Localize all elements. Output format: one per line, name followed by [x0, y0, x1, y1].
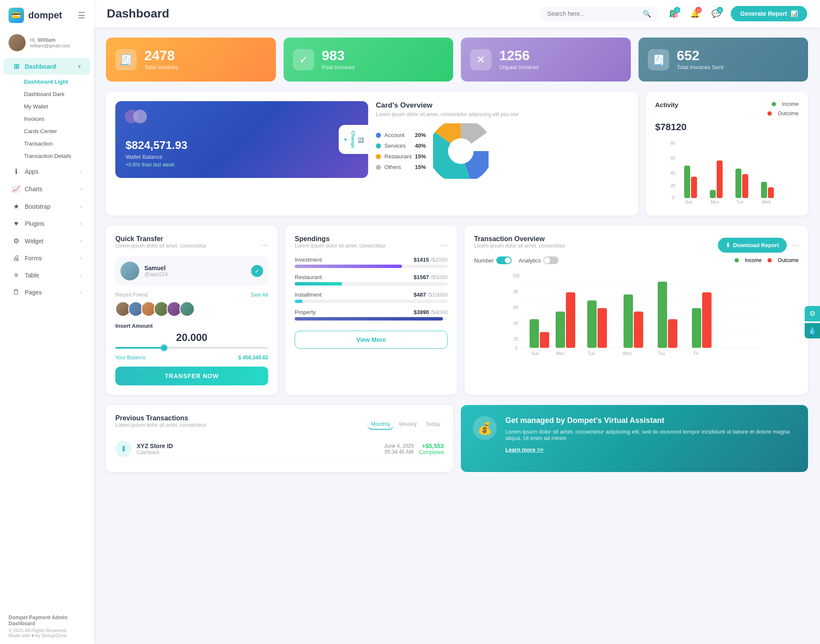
chat-icon-btn[interactable]: 💬 5	[709, 6, 724, 21]
slider-thumb[interactable]	[161, 345, 167, 351]
analytics-toggle[interactable]	[543, 256, 559, 264]
chevron-down-icon: ▼	[77, 64, 82, 70]
activity-header: Activity Income Outcome	[655, 101, 799, 120]
charts-icon: 📈	[12, 185, 20, 193]
transfer-now-button[interactable]: TRANSFER NOW	[115, 367, 268, 385]
settings-edge-button[interactable]: ⚙	[805, 306, 820, 321]
spending-restaurant: Restaurant $1567 /$5000	[295, 274, 448, 286]
spendings-header: Spendings Lorem ipsum dolor sit amet, co…	[295, 235, 448, 255]
sidebar-item-transaction[interactable]: Transaction	[15, 137, 94, 150]
sidebar-item-pages[interactable]: 🗒 Pages ›	[3, 284, 91, 300]
trans-status: Completed	[419, 449, 444, 455]
trans-legend: Income Outcome	[735, 257, 799, 263]
chevron-right-icon: ›	[80, 204, 82, 210]
bar-mon-outcome	[717, 160, 723, 198]
sidebar-item-dashboard[interactable]: ⊞ Dashboard ▼	[3, 58, 91, 75]
stat-card-paid-invoices: ✓ 983 Paid Invoices	[284, 38, 454, 82]
activity-outcome-legend: Outcome	[767, 111, 799, 117]
last-row: Previous Transactions Lorem ipsum dolor …	[106, 405, 808, 472]
activity-card: Activity Income Outcome $78120	[646, 92, 808, 216]
stat-card-total-invoices: 🧾 2478 Total Invoices	[106, 38, 276, 82]
water-drop-edge-button[interactable]: 💧	[805, 323, 820, 338]
change-button[interactable]: 🔄 Change ▼	[339, 125, 368, 154]
plugins-icon: ♥	[12, 220, 20, 227]
sidebar-item-plugins[interactable]: ♥ Plugins ›	[3, 216, 91, 232]
sidebar-item-bootstrap[interactable]: ★ Bootstrap ›	[3, 198, 91, 215]
sidebar-logo: 💳 dompet ☰	[0, 0, 94, 29]
chevron-right-icon: ›	[80, 272, 82, 278]
tab-monthly[interactable]: Monthly	[367, 419, 394, 430]
sidebar-item-dashboard-light[interactable]: Dashboard Light	[15, 76, 94, 88]
investment-label: Investment	[295, 256, 322, 263]
download-report-button[interactable]: ⬇ Download Report	[718, 238, 787, 253]
sidebar-item-cards-center[interactable]: Cards Center	[15, 125, 94, 137]
bar-wed-income	[624, 294, 633, 348]
restaurant-pct: 15%	[415, 153, 426, 160]
wallet-label: Wallet Balance	[126, 154, 358, 160]
sidebar-item-apps[interactable]: ℹ Apps ›	[3, 163, 91, 180]
x-label-mon: Mon	[711, 200, 719, 204]
activity-legend-area: Income Outcome	[767, 101, 799, 120]
see-more-link[interactable]: See All	[251, 291, 268, 298]
view-more-button[interactable]: View More	[295, 331, 448, 349]
transaction-row: ⬇ XYZ Store ID Cashback June 4, 2020 05:…	[115, 436, 444, 463]
services-label: Services	[384, 143, 406, 149]
income-label: Income	[782, 101, 799, 107]
sidebar-item-charts[interactable]: 📈 Charts ›	[3, 181, 91, 197]
sidebar-item-table[interactable]: ≡ Table ›	[3, 267, 91, 283]
stat-info: 652 Total Invoices Sent	[677, 49, 723, 70]
others-dot	[376, 165, 381, 170]
sidebar-item-transaction-details[interactable]: Transaction Details	[15, 150, 94, 162]
amount-slider[interactable]	[115, 347, 268, 349]
sidebar-item-my-wallet[interactable]: My Wallet	[15, 100, 94, 113]
refresh-icon: 🔄	[358, 137, 364, 143]
friend-avatar-6[interactable]	[179, 301, 195, 317]
spendings-menu-icon[interactable]: ⋯	[440, 240, 448, 250]
mid-row: $824,571.93 Wallet Balance +0.8% than la…	[106, 92, 808, 216]
trans-outcome-dot	[767, 258, 772, 262]
virtual-assistant-banner: 💰 Get managed by Dompet's Virtual Assist…	[461, 405, 808, 472]
generate-report-button[interactable]: Generate Report 📊	[731, 6, 807, 21]
recent-friends: Recent Friend See All	[115, 291, 268, 317]
overview-item-services: Services 40%	[376, 140, 426, 151]
sidebar-item-invoices[interactable]: Invoices	[15, 113, 94, 125]
others-label: Others	[384, 164, 401, 170]
tab-weekly[interactable]: Weekly	[395, 419, 420, 430]
bag-badge: 2	[674, 7, 680, 13]
chevron-right-icon: ›	[80, 169, 82, 175]
overview-item-account: Account 20%	[376, 130, 426, 140]
tab-today[interactable]: Today	[422, 419, 444, 430]
bar-mon-income	[556, 312, 565, 348]
sidebar-item-forms[interactable]: 🖨 Forms ›	[3, 250, 91, 266]
chevron-right-icon: ›	[80, 255, 82, 261]
spending-installment: Installment $487 /$10000	[295, 291, 448, 303]
pages-icon: 🗒	[12, 288, 20, 296]
main-content: Dashboard 🔍 🛍️ 2 🔔 12 💬 5 Generate Repor…	[94, 0, 820, 644]
header: Dashboard 🔍 🛍️ 2 🔔 12 💬 5 Generate Repor…	[94, 0, 820, 27]
installment-label: Installment	[295, 291, 322, 298]
va-learn-more-link[interactable]: Learn more >>	[505, 446, 544, 453]
chevron-down-icon: ▼	[343, 137, 348, 142]
activity-bar-chart: 80 60 40 20 0	[655, 136, 799, 204]
apps-icon: ℹ	[12, 167, 20, 175]
hamburger-icon[interactable]: ☰	[78, 10, 85, 20]
total-sent-label: Total Invoices Sent	[677, 64, 723, 70]
x-fri: Fri	[694, 351, 699, 356]
sidebar-item-label: Widget	[25, 238, 44, 245]
search-input[interactable]	[547, 10, 639, 17]
analytics-label: Analytics	[518, 257, 541, 264]
activity-legend: Income	[772, 101, 799, 107]
y-label-80: 80	[671, 141, 676, 146]
bell-icon-btn[interactable]: 🔔 12	[687, 6, 703, 21]
sidebar-item-label: Dashboard	[25, 63, 56, 70]
trans-overview-menu-icon[interactable]: ⋯	[791, 240, 799, 250]
sidebar-item-widget[interactable]: ⚙ Widget ›	[3, 233, 91, 249]
number-toggle-group: Number	[474, 256, 512, 264]
quick-transfer-menu-icon[interactable]: ⋯	[261, 240, 268, 250]
spending-property: Property $3890 /$4000	[295, 309, 448, 321]
property-label: Property	[295, 309, 316, 315]
bag-icon-btn[interactable]: 🛍️ 2	[666, 6, 681, 21]
sidebar-item-dashboard-dark[interactable]: Dashboard Dark	[15, 88, 94, 100]
number-toggle[interactable]	[496, 256, 512, 264]
prev-transactions-info: Previous Transactions Lorem ipsum dolor …	[115, 414, 206, 434]
